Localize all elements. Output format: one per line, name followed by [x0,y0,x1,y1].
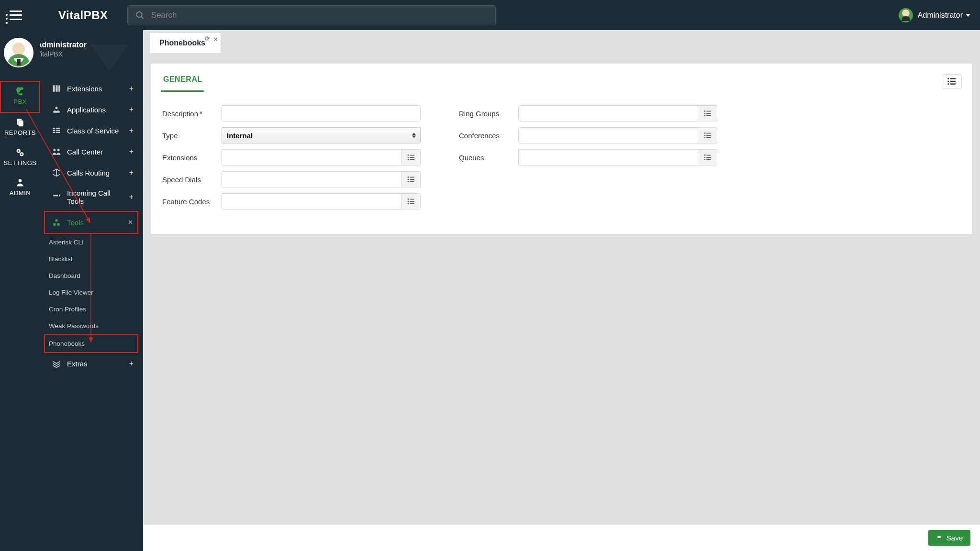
hamburger-icon[interactable] [10,11,22,20]
user-name-label: Administrator [918,11,963,20]
caret-down-icon [966,14,970,17]
search-box[interactable] [127,5,496,25]
top-bar: VitalPBX Administrator [0,0,980,30]
search-icon [135,11,145,20]
search-input[interactable] [151,11,488,20]
avatar-icon [899,8,913,22]
brand-text: VitalPBX [58,9,108,22]
brand-logo[interactable]: VitalPBX [36,6,108,25]
svg-point-0 [136,11,142,17]
user-menu[interactable]: Administrator [899,8,970,22]
svg-line-1 [141,16,144,19]
logo-mark [36,6,56,25]
